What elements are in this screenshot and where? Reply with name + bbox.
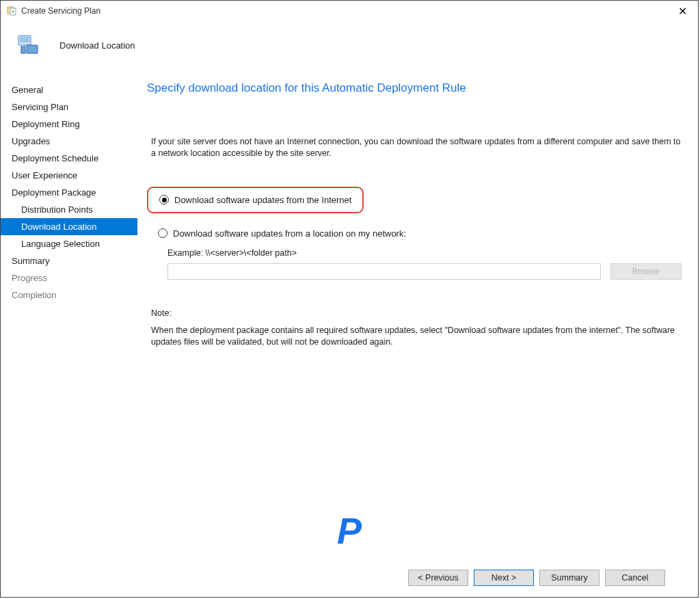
browse-button: Browse — [610, 263, 682, 280]
example-label: Example: \\<server>\<folder path> — [167, 248, 682, 258]
server-icon — [14, 31, 42, 59]
titlebar: Create Servicing Plan ✕ — [1, 1, 698, 21]
sidebar-item-deployment-ring[interactable]: Deployment Ring — [1, 116, 137, 133]
cancel-button[interactable]: Cancel — [605, 570, 665, 586]
sidebar-item-upgrades[interactable]: Upgrades — [1, 133, 137, 150]
content-heading: Specify download location for this Autom… — [147, 81, 682, 95]
watermark-icon: P — [337, 509, 362, 552]
wizard-footer: < Previous Next > Summary Cancel — [147, 559, 682, 597]
sidebar-item-deployment-schedule[interactable]: Deployment Schedule — [1, 150, 137, 167]
radio-network-label: Download software updates from a locatio… — [173, 228, 406, 239]
sidebar-item-download-location[interactable]: Download Location — [1, 218, 137, 235]
svg-point-2 — [12, 11, 14, 13]
sidebar-item-completion: Completion — [1, 287, 137, 304]
intro-text: If your site server does not have an Int… — [151, 136, 682, 159]
radio-empty-icon — [158, 228, 167, 238]
sidebar: General Servicing Plan Deployment Ring U… — [1, 69, 137, 597]
wizard-header: Download Location — [1, 21, 698, 69]
previous-button[interactable]: < Previous — [408, 570, 468, 586]
svg-rect-4 — [20, 37, 29, 42]
app-icon — [6, 5, 17, 16]
note-label: Note: — [151, 308, 682, 318]
content-area: Specify download location for this Autom… — [137, 69, 698, 597]
sidebar-item-summary[interactable]: Summary — [1, 252, 137, 269]
sidebar-item-progress: Progress — [1, 269, 137, 287]
summary-button[interactable]: Summary — [539, 570, 600, 586]
sidebar-item-general[interactable]: General — [1, 81, 137, 98]
sidebar-item-user-experience[interactable]: User Experience — [1, 167, 137, 184]
sidebar-item-language-selection[interactable]: Language Selection — [1, 235, 137, 252]
window-title: Create Servicing Plan — [21, 6, 100, 16]
close-icon[interactable]: ✕ — [673, 5, 692, 18]
note-text: When the deployment package contains all… — [151, 325, 682, 348]
radio-internet-label: Download software updates from the Inter… — [174, 195, 351, 205]
radio-dot-icon — [159, 195, 169, 204]
radio-network[interactable]: Download software updates from a locatio… — [158, 228, 682, 239]
sidebar-item-deployment-package[interactable]: Deployment Package — [1, 184, 137, 201]
sidebar-item-distribution-points[interactable]: Distribution Points — [1, 201, 137, 218]
wizard-window: Create Servicing Plan ✕ Download Locatio… — [0, 0, 699, 598]
highlight-box: Download software updates from the Inter… — [147, 187, 364, 213]
radio-internet[interactable]: Download software updates from the Inter… — [159, 195, 351, 205]
page-title: Download Location — [59, 40, 135, 51]
next-button[interactable]: Next > — [474, 570, 534, 586]
svg-rect-5 — [27, 45, 38, 53]
sidebar-item-servicing-plan[interactable]: Servicing Plan — [1, 98, 137, 116]
svg-rect-6 — [21, 46, 25, 53]
network-path-input[interactable] — [167, 263, 601, 280]
